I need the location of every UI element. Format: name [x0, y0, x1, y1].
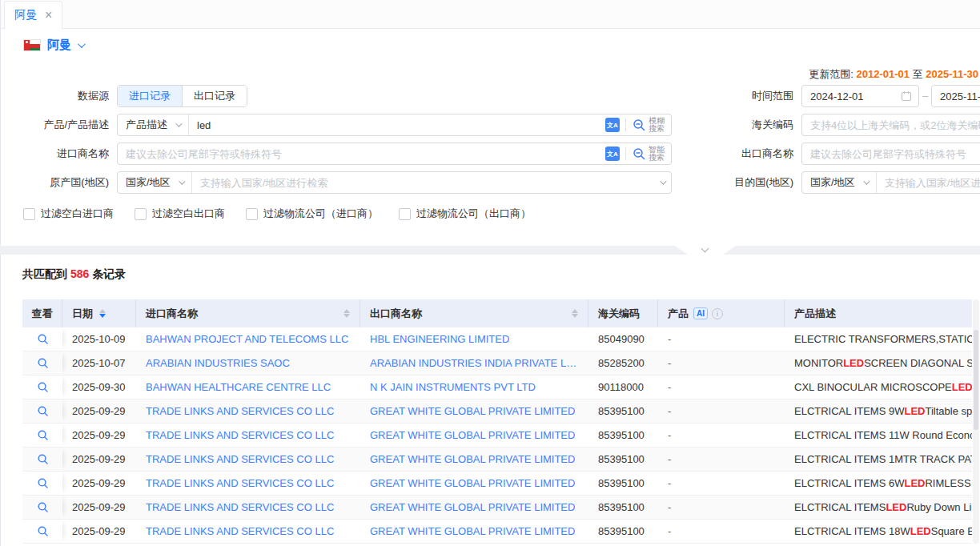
checkbox-icon — [399, 208, 411, 220]
importer-link[interactable]: TRADE LINKS AND SERVICES CO LLC — [146, 477, 334, 489]
hs-code-group — [801, 114, 980, 136]
importer-link[interactable]: TRADE LINKS AND SERVICES CO LLC — [146, 405, 334, 417]
checkbox-filter-logistics-exporter[interactable]: 过滤物流公司（出口商） — [399, 207, 531, 221]
info-icon[interactable]: i — [712, 308, 723, 319]
date-from-input[interactable]: 2024-12-01 — [801, 85, 919, 107]
importer-cell: TRADE LINKS AND SERVICES CO LLC — [136, 424, 360, 447]
update-range-text: 更新范围: 2012-01-01 至 2025-11-30 — [809, 67, 978, 82]
view-record-icon[interactable] — [37, 501, 49, 513]
date-to-input[interactable]: 2025-11-30 — [931, 85, 980, 107]
view-record-icon[interactable] — [37, 477, 49, 489]
view-record-icon[interactable] — [37, 429, 49, 441]
view-record-icon[interactable] — [37, 525, 49, 537]
exporter-link[interactable]: ARABIAN INDUSTRIES INDIA PRIVATE LIMIT..… — [370, 357, 579, 369]
exporter-link[interactable]: GREAT WHITE GLOBAL PRIVATE LIMITED — [370, 429, 575, 441]
sort-icons[interactable] — [343, 309, 350, 318]
exporter-link[interactable]: GREAT WHITE GLOBAL PRIVATE LIMITED — [370, 453, 575, 465]
view-cell — [22, 448, 62, 471]
export-records-button[interactable]: 出口记录 — [182, 86, 247, 106]
collapse-panel-handle[interactable] — [675, 246, 736, 255]
close-icon[interactable]: × — [45, 10, 52, 21]
view-record-icon[interactable] — [37, 405, 49, 417]
checkbox-filter-blank-exporter[interactable]: 过滤空白出口商 — [135, 207, 225, 221]
translate-icon[interactable]: 文A — [605, 147, 620, 161]
importer-search-group: 文A 智能 搜索 — [117, 143, 672, 165]
column-header-exporter[interactable]: 出口商名称 — [360, 299, 588, 327]
description-cell: ELCTRICAL ITEMS 1MTR TRACK PATT... — [785, 448, 972, 471]
table-row: 2025-09-29TRADE LINKS AND SERVICES CO LL… — [22, 496, 972, 520]
importer-link[interactable]: TRADE LINKS AND SERVICES CO LLC — [146, 453, 334, 465]
exporter-link[interactable]: GREAT WHITE GLOBAL PRIVATE LIMITED — [370, 477, 575, 489]
view-record-icon[interactable] — [37, 453, 49, 465]
date-cell: 2025-09-29 — [62, 399, 136, 423]
tab-oman[interactable]: 阿曼 × — [4, 1, 62, 30]
table-row: 2025-09-30BAHWAN HEALTHCARE CENTRE LLCN … — [22, 375, 972, 399]
country-selector[interactable]: 阿曼 — [23, 38, 83, 53]
destination-select[interactable]: 国家/地区 — [802, 172, 877, 193]
column-header-date[interactable]: 日期 — [62, 299, 136, 327]
date-cell: 2025-09-29 — [62, 448, 136, 471]
importer-link[interactable]: BAHWAN HEALTHCARE CENTRE LLC — [146, 381, 331, 393]
importer-link[interactable]: BAHWAN PROJECT AND TELECOMS LLC — [146, 333, 348, 345]
product-cell: - — [658, 448, 785, 471]
exporter-input[interactable] — [802, 143, 980, 164]
scrollbar-thumb[interactable] — [974, 330, 978, 430]
product-type-select[interactable]: 产品描述 — [118, 114, 189, 135]
exporter-cell: N K JAIN INSTRUMENTS PVT LTD — [360, 375, 588, 399]
date-cell: 2025-10-09 — [62, 327, 136, 351]
hs-code-input[interactable] — [802, 114, 980, 135]
exporter-link[interactable]: GREAT WHITE GLOBAL PRIVATE LIMITED — [370, 501, 575, 513]
origin-country-select[interactable]: 国家/地区 — [118, 172, 192, 193]
magnifier-icon — [632, 147, 646, 161]
column-header-hs-code: 海关编码 — [588, 299, 658, 327]
translate-icon[interactable]: 文A — [605, 118, 620, 132]
chevron-down-icon[interactable] — [660, 178, 666, 184]
hs-code-cell: 85395100 — [588, 448, 658, 471]
view-cell — [22, 424, 62, 447]
view-record-icon[interactable] — [37, 333, 49, 345]
checkbox-icon — [23, 208, 35, 220]
date-cell: 2025-09-29 — [62, 424, 136, 447]
exporter-link[interactable]: GREAT WHITE GLOBAL PRIVATE LIMITED — [370, 405, 575, 417]
vertical-scrollbar[interactable] — [973, 299, 979, 544]
origin-country-input[interactable] — [192, 172, 660, 193]
description-cell: ELCTRICAL ITEMS 6W LED RIMLESS ... — [785, 472, 972, 495]
exporter-link[interactable]: N K JAIN INSTRUMENTS PVT LTD — [370, 381, 536, 393]
checkbox-filter-logistics-importer[interactable]: 过滤物流公司（进口商） — [246, 207, 378, 221]
destination-input[interactable] — [877, 172, 980, 193]
hs-code-label: 海关编码 — [705, 114, 793, 136]
table-row: 2025-09-29TRADE LINKS AND SERVICES CO LL… — [22, 448, 972, 472]
importer-cell: BAHWAN PROJECT AND TELECOMS LLC — [136, 327, 360, 351]
importer-link[interactable]: TRADE LINKS AND SERVICES CO LLC — [146, 525, 334, 537]
description-cell: ELCTRICAL ITEMS LED Ruby Down Li... — [785, 496, 972, 519]
import-records-button[interactable]: 进口记录 — [118, 86, 182, 106]
product-search-input[interactable] — [189, 114, 605, 135]
importer-link[interactable]: ARABIAN INDUSTRIES SAOC — [146, 357, 290, 369]
table-row: 2025-10-09BAHWAN PROJECT AND TELECOMS LL… — [22, 327, 972, 351]
view-record-icon[interactable] — [37, 357, 49, 369]
importer-link[interactable]: TRADE LINKS AND SERVICES CO LLC — [146, 429, 334, 441]
chevron-down-icon — [863, 178, 870, 184]
smart-search-button[interactable]: 智能 搜索 — [632, 146, 665, 162]
importer-cell: BAHWAN HEALTHCARE CENTRE LLC — [136, 375, 360, 399]
exporter-label: 出口商名称 — [705, 143, 793, 165]
exporter-group — [801, 143, 980, 165]
exporter-link[interactable]: HBL ENGINEERING LIMITED — [370, 333, 509, 345]
importer-link[interactable]: TRADE LINKS AND SERVICES CO LLC — [146, 501, 334, 513]
exporter-cell: GREAT WHITE GLOBAL PRIVATE LIMITED — [360, 448, 588, 471]
view-record-icon[interactable] — [37, 381, 49, 393]
description-cell: CXL BINOCULAR MICROSCOPE LED (... — [785, 375, 972, 399]
tab-label: 阿曼 — [14, 8, 37, 22]
importer-cell: TRADE LINKS AND SERVICES CO LLC — [136, 520, 360, 543]
importer-input[interactable] — [118, 143, 605, 164]
exporter-link[interactable]: GREAT WHITE GLOBAL PRIVATE LIMITED — [370, 525, 575, 537]
product-cell: - — [658, 472, 785, 495]
sort-icons[interactable] — [572, 309, 578, 318]
result-count-text: 共匹配到586条记录 — [22, 267, 126, 282]
column-header-importer[interactable]: 进口商名称 — [136, 299, 360, 327]
sort-icons[interactable] — [99, 309, 106, 318]
time-range-label: 时间范围 — [705, 85, 793, 107]
fuzzy-search-button[interactable]: 模糊 搜索 — [632, 117, 665, 133]
exporter-cell: GREAT WHITE GLOBAL PRIVATE LIMITED — [360, 496, 588, 519]
checkbox-filter-blank-importer[interactable]: 过滤空白进口商 — [23, 207, 114, 221]
